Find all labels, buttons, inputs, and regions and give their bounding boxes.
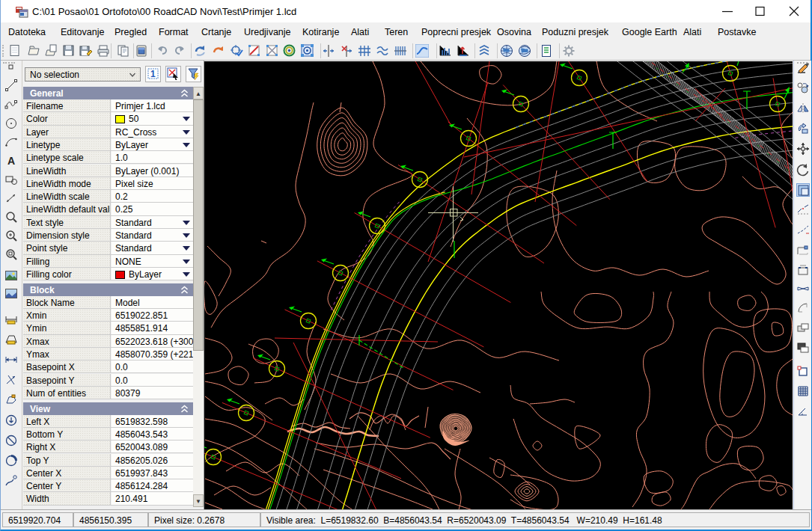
svg-text:1: 1 bbox=[150, 69, 156, 79]
svg-text:A: A bbox=[7, 155, 15, 167]
